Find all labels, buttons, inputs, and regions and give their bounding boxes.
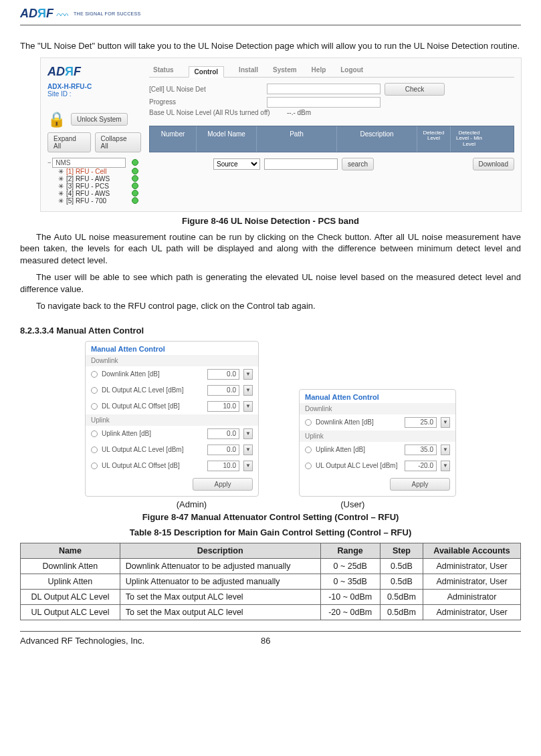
- site-id-label: Site ID :: [47, 90, 141, 98]
- table-cell: Administrator, User: [423, 574, 521, 589]
- field-label: UL Output ALC Level [dBm]: [316, 462, 401, 469]
- col-number: Number: [150, 126, 197, 152]
- unlock-system-button[interactable]: Unlock System: [71, 113, 128, 126]
- table-cell: Downlink Atten: [21, 558, 120, 574]
- field-label: DL Output ALC Level [dBm]: [102, 386, 203, 394]
- radio-icon[interactable]: [91, 403, 98, 410]
- field-value[interactable]: 0.0: [207, 428, 239, 439]
- table-cell: 0.5dBm: [380, 589, 423, 604]
- tree-item[interactable]: ✳[3] RFU - PCS: [47, 182, 141, 190]
- progress-label: Progress: [149, 98, 263, 106]
- panel-a-row: DL Output ALC Level [dBm]0.0▼: [86, 382, 258, 398]
- field-value[interactable]: 0.0: [207, 369, 239, 380]
- field-value[interactable]: 0.0: [207, 385, 239, 396]
- page-footer: Advanced RF Technologies, Inc. 86: [20, 631, 521, 646]
- panel-b-row: Downlink Atten [dB]25.0▼: [300, 414, 455, 430]
- tab-control[interactable]: Control: [189, 66, 225, 78]
- dropdown-icon[interactable]: ▼: [243, 401, 253, 412]
- table-cell: Uplink Attenuator to be adjusted manuall…: [120, 574, 320, 589]
- tree-item-label: [5] RFU - 700: [66, 197, 106, 205]
- tab-system[interactable]: System: [273, 66, 297, 74]
- panel-a-sub-uplink: Uplink: [86, 414, 258, 426]
- figure-8-47-caption: Figure 8-47 Manual Attenuator Control Se…: [20, 512, 521, 522]
- table-cell: -20 ~ 0dBm: [320, 604, 380, 620]
- field-value[interactable]: 0.0: [207, 445, 239, 455]
- field-value[interactable]: 10.0: [207, 461, 239, 471]
- check-button[interactable]: Check: [385, 83, 445, 96]
- panel-b-title: Manual Atten Control: [300, 390, 455, 403]
- tab-help[interactable]: Help: [312, 66, 326, 74]
- table-header: Name: [21, 543, 120, 558]
- tree-item[interactable]: ✳[2] RFU - AWS: [47, 175, 141, 182]
- tab-status[interactable]: Status: [153, 66, 174, 74]
- ss-logo: ADRF: [47, 65, 141, 79]
- section-heading: 8.2.3.3.4 Manual Atten Control: [20, 326, 521, 336]
- lock-icon: 🔒: [47, 111, 66, 128]
- radio-icon[interactable]: [305, 419, 312, 426]
- status-dot-icon: [132, 168, 138, 174]
- field-value[interactable]: 10.0: [207, 401, 239, 412]
- field-value[interactable]: -20.0: [405, 461, 437, 471]
- panel-b-row: UL Output ALC Level [dBm]-20.0▼: [300, 458, 455, 474]
- tree-item-label: [3] RFU - PCS: [66, 182, 109, 190]
- table-8-15-caption: Table 8-15 Description for Main Gain Con…: [20, 527, 521, 537]
- tree-item[interactable]: ✳[5] RFU - 700: [47, 197, 141, 205]
- model-label: ADX-H-RFU-C: [47, 83, 141, 90]
- dropdown-icon[interactable]: ▼: [243, 461, 253, 471]
- dropdown-icon[interactable]: ▼: [441, 417, 450, 428]
- footer-page-number: 86: [261, 636, 270, 646]
- bullet-icon: ✳: [58, 175, 64, 182]
- status-dot-icon: [132, 182, 138, 189]
- field-value[interactable]: 35.0: [405, 445, 437, 455]
- tree-item[interactable]: ✳[4] RFU - AWS: [47, 190, 141, 197]
- apply-button-admin[interactable]: Apply: [193, 478, 253, 491]
- table-header: Range: [320, 543, 380, 558]
- logo-ad: AD: [20, 7, 37, 21]
- expand-all-button[interactable]: Expand All: [47, 132, 91, 152]
- progress-input: [267, 97, 381, 108]
- table-row: Uplink AttenUplink Attenuator to be adju…: [21, 574, 521, 589]
- search-input[interactable]: [264, 158, 338, 170]
- field-label: Uplink Atten [dB]: [316, 446, 401, 453]
- tree-root[interactable]: NMS: [52, 158, 126, 168]
- table-cell: 0.5dB: [380, 574, 423, 589]
- table-row: Downlink AttenDownlink Attenuator to be …: [21, 558, 521, 574]
- radio-icon[interactable]: [305, 447, 312, 453]
- page-header: ADRF THE SIGNAL FOR SUCCESS: [20, 7, 521, 25]
- panel-b-sub-downlink: Downlink: [300, 403, 455, 414]
- radio-icon[interactable]: [91, 430, 98, 437]
- field-label: Uplink Atten [dB]: [102, 430, 203, 437]
- radio-icon[interactable]: [91, 447, 98, 453]
- panel-b-row: Uplink Atten [dB]35.0▼: [300, 442, 455, 458]
- col-path: Path: [257, 126, 337, 152]
- dropdown-icon[interactable]: ▼: [441, 461, 450, 471]
- tree-collapse-icon[interactable]: −: [47, 159, 51, 166]
- radio-icon[interactable]: [305, 463, 312, 469]
- tab-bar: StatusControlInstallSystemHelpLogout: [149, 65, 514, 78]
- field-value[interactable]: 25.0: [405, 417, 437, 428]
- tab-logout[interactable]: Logout: [340, 66, 363, 74]
- table-cell: 0.5dBm: [380, 604, 423, 620]
- table-header: Description: [120, 543, 320, 558]
- dropdown-icon[interactable]: ▼: [441, 445, 450, 455]
- search-button[interactable]: search: [342, 158, 374, 170]
- logo-f: F: [46, 7, 53, 21]
- ul-noise-det-input[interactable]: [267, 84, 381, 94]
- radio-icon[interactable]: [91, 463, 98, 469]
- tree-item[interactable]: ✳[1] RFU - Cell: [47, 168, 141, 175]
- table-cell: 0 ~ 25dB: [320, 558, 380, 574]
- dropdown-icon[interactable]: ▼: [243, 428, 253, 439]
- table-cell: 0 ~ 35dB: [320, 574, 380, 589]
- dropdown-icon[interactable]: ▼: [243, 385, 253, 396]
- radio-icon[interactable]: [91, 387, 98, 394]
- download-button[interactable]: Download: [473, 158, 514, 170]
- tab-install[interactable]: Install: [239, 66, 258, 74]
- radio-icon[interactable]: [91, 371, 98, 378]
- collapse-all-button[interactable]: Collapse All: [95, 132, 141, 152]
- source-select[interactable]: Source: [213, 158, 260, 170]
- panel-a-title: Manual Atten Control: [86, 342, 258, 355]
- dropdown-icon[interactable]: ▼: [243, 369, 253, 380]
- table-cell: DL Output ALC Level: [21, 589, 120, 604]
- dropdown-icon[interactable]: ▼: [243, 445, 253, 455]
- apply-button-user[interactable]: Apply: [390, 478, 450, 491]
